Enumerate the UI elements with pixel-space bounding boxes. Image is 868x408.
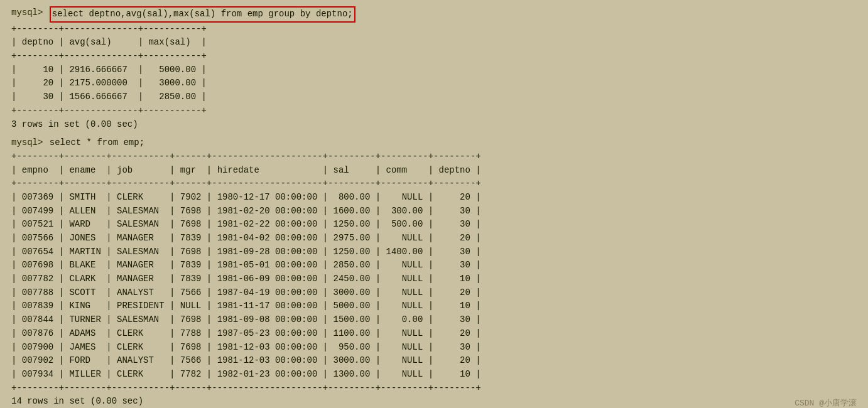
table2-separator1: +--------+--------+-----------+------+--… <box>11 150 857 164</box>
sql-command-2: select * from emp; <box>50 136 144 150</box>
table1-row-2: | 20 | 2175.000000 | 3000.00 | <box>11 77 857 90</box>
result-2: 14 rows in set (0.00 sec) <box>11 395 857 408</box>
table2-row-6: | 007698 | BLAKE | MANAGER | 7839 | 1981… <box>11 259 857 272</box>
table2-separator3: +--------+--------+-----------+------+--… <box>11 382 857 395</box>
table2-row-7: | 007782 | CLARK | MANAGER | 7839 | 1981… <box>11 272 857 286</box>
sql-command-1: select deptno,avg(sal),max(sal) from emp… <box>50 6 355 23</box>
table2-row-11: | 007876 | ADAMS | CLERK | 7788 | 1987-0… <box>11 327 857 341</box>
table2-row-3: | 007521 | WARD | SALESMAN | 7698 | 1981… <box>11 218 857 232</box>
prompt-2: mysql> <box>11 136 48 150</box>
table2-row-2: | 007499 | ALLEN | SALESMAN | 7698 | 198… <box>11 205 857 218</box>
command-line-2: mysql> select * from emp; <box>11 136 857 150</box>
result-1: 3 rows in set (0.00 sec) <box>11 118 857 132</box>
command-line-1: mysql> select deptno,avg(sal),max(sal) f… <box>11 6 857 23</box>
table2-row-4: | 007566 | JONES | MANAGER | 7839 | 1981… <box>11 232 857 245</box>
table2-rows: | 007369 | SMITH | CLERK | 7902 | 1980-1… <box>11 191 857 382</box>
table1-header: | deptno | avg(sal) | max(sal) | <box>11 36 857 50</box>
table2-separator2: +--------+--------+-----------+------+--… <box>11 177 857 191</box>
table1-separator2: +--------+--------------+-----------+ <box>11 50 857 63</box>
table2-row-12: | 007900 | JAMES | CLERK | 7698 | 1981-1… <box>11 341 857 355</box>
table1-row-1: | 10 | 2916.666667 | 5000.00 | <box>11 63 857 77</box>
table2-row-1: | 007369 | SMITH | CLERK | 7902 | 1980-1… <box>11 191 857 205</box>
table1-separator3: +--------+--------------+-----------+ <box>11 104 857 118</box>
watermark: CSDN @小唐学滚 <box>795 397 857 408</box>
terminal-output: mysql> select deptno,avg(sal),max(sal) f… <box>11 6 857 408</box>
table2-row-10: | 007844 | TURNER | SALESMAN | 7698 | 19… <box>11 313 857 327</box>
table2-row-5: | 007654 | MARTIN | SALESMAN | 7698 | 19… <box>11 245 857 259</box>
table2-row-13: | 007902 | FORD | ANALYST | 7566 | 1981-… <box>11 354 857 368</box>
table2-row-8: | 007788 | SCOTT | ANALYST | 7566 | 1987… <box>11 286 857 300</box>
table1-separator1: +--------+--------------+-----------+ <box>11 23 857 36</box>
table2-row-14: | 007934 | MILLER | CLERK | 7782 | 1982-… <box>11 368 857 382</box>
prompt-1: mysql> <box>11 6 48 20</box>
table2-row-9: | 007839 | KING | PRESIDENT | NULL | 198… <box>11 299 857 313</box>
table1-row-3: | 30 | 1566.666667 | 2850.00 | <box>11 90 857 104</box>
table2-header: | empno | ename | job | mgr | hiredate |… <box>11 164 857 178</box>
